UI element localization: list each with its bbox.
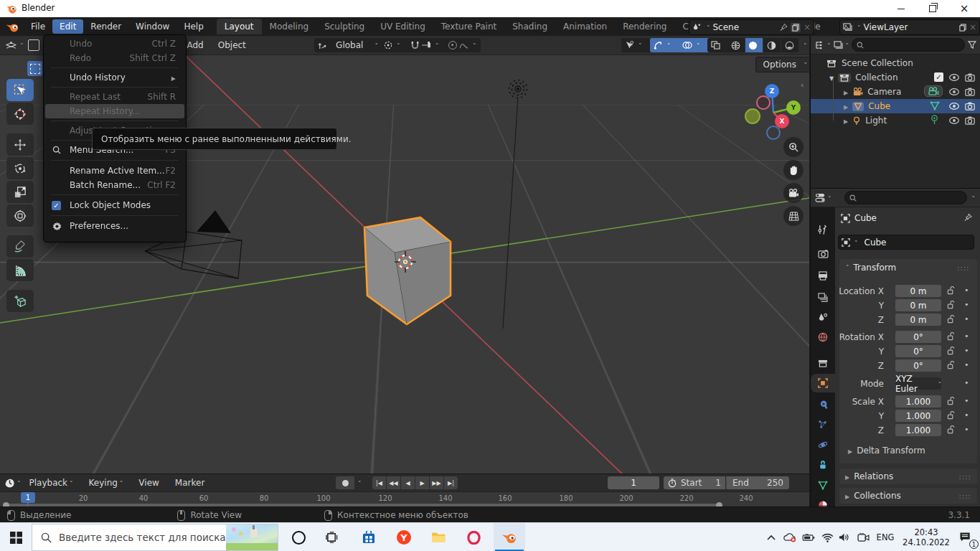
camera-data-icon[interactable] <box>924 85 943 97</box>
menu-help[interactable]: Help <box>176 19 210 34</box>
prev-keyframe-button[interactable]: ◀◀ <box>387 476 400 489</box>
pivot-point-dropdown[interactable] <box>380 38 410 52</box>
menu-item-lock-object-modes[interactable]: ✓ Lock Object Modes <box>45 198 184 212</box>
task-view-icon[interactable] <box>316 523 347 551</box>
keying-set-chevron[interactable] <box>356 478 362 488</box>
expand-arrow-icon[interactable] <box>844 116 848 126</box>
menu-file[interactable]: File <box>24 19 52 34</box>
minimize-button[interactable] <box>885 0 917 17</box>
lock-icon[interactable] <box>947 315 955 324</box>
language-indicator[interactable]: ENG <box>872 523 898 551</box>
rotation-y-field[interactable]: 0° <box>895 345 941 357</box>
tab-object-props[interactable] <box>811 374 835 392</box>
clock[interactable]: 20:43 24.10.2022 <box>898 523 954 551</box>
menu-edit[interactable]: Edit <box>52 19 83 34</box>
menu-item-redo[interactable]: RedoShift Ctrl Z <box>45 51 184 65</box>
tab-constraints[interactable] <box>811 456 835 474</box>
onedrive-tray-icon[interactable] <box>781 523 799 551</box>
tab-animation[interactable]: Animation <box>555 19 615 34</box>
filter-funnel-icon[interactable] <box>968 41 976 49</box>
tab-render[interactable] <box>811 245 835 263</box>
timeline-marker-menu[interactable]: Marker <box>168 476 212 490</box>
tab-uv-editing[interactable]: UV Editing <box>372 19 433 34</box>
timeline-view-menu[interactable]: View <box>131 476 166 490</box>
outliner-row-light[interactable]: Light <box>811 113 980 128</box>
tool-select-box[interactable] <box>6 79 34 101</box>
object-menu[interactable]: Object <box>211 38 253 52</box>
animate-dot[interactable]: • <box>964 300 969 309</box>
frame-start-field[interactable]: Start 1 <box>664 476 725 489</box>
viewlayer-selector[interactable]: ViewLayer × <box>839 19 980 35</box>
active-tool-indicator[interactable] <box>27 61 42 76</box>
remove-viewlayer-icon[interactable]: × <box>969 22 976 32</box>
opera-icon[interactable] <box>458 523 489 551</box>
disable-render-camera-icon[interactable] <box>965 73 975 82</box>
close-button[interactable]: × <box>948 0 980 17</box>
delta-transform-subpanel[interactable]: Delta Transform <box>848 446 925 456</box>
properties-search-input[interactable] <box>844 191 967 204</box>
outliner-display-mode-button[interactable] <box>834 40 849 50</box>
tab-output[interactable] <box>811 266 835 285</box>
meet-now-tray-icon[interactable] <box>854 523 872 551</box>
outliner-row-scene-collection[interactable]: Scene Collection <box>811 56 980 70</box>
tab-view-layer[interactable] <box>811 288 835 306</box>
menu-item-rename-active-item[interactable]: Rename Active Item...F2 <box>45 164 184 178</box>
taskbar-search-box[interactable]: Введите здесь текст для поиска <box>32 524 278 551</box>
mesh-data-icon[interactable] <box>930 101 940 110</box>
jump-to-start-button[interactable]: |◀ <box>372 476 386 489</box>
outliner-row-collection[interactable]: Collection ✓ <box>811 70 980 85</box>
sidebar-collapse-arrow[interactable]: ‹ <box>801 80 804 90</box>
location-z-field[interactable]: 0 m <box>895 314 941 326</box>
zoom-button[interactable] <box>783 137 804 157</box>
gizmo-neg-z-axis[interactable] <box>766 126 781 140</box>
outliner-row-camera[interactable]: Camera <box>811 85 980 99</box>
ortho-grid-button[interactable] <box>783 206 804 226</box>
proportional-edit-toggle[interactable] <box>445 38 481 52</box>
pan-hand-button[interactable] <box>783 160 804 180</box>
start-button[interactable] <box>0 523 32 551</box>
menu-item-undo-history[interactable]: Undo History <box>45 70 184 85</box>
menu-window[interactable]: Window <box>128 19 176 34</box>
menu-render[interactable]: Render <box>83 19 128 34</box>
tab-particles[interactable] <box>811 415 835 434</box>
blender-app-icon[interactable] <box>6 22 19 32</box>
tool-transform[interactable] <box>6 204 34 227</box>
pin-id-icon[interactable] <box>963 213 972 222</box>
playback-menu[interactable]: Playback <box>22 476 80 490</box>
lock-icon[interactable] <box>947 397 955 405</box>
timeline-ruler[interactable]: 20 40 60 80 100 120 140 160 180 200 220 … <box>0 491 809 508</box>
rotation-x-field[interactable]: 0° <box>895 331 941 343</box>
panel-drag-grip[interactable] <box>959 471 971 481</box>
shading-solid-button[interactable] <box>745 38 763 52</box>
rotation-mode-dropdown[interactable]: XYZ Euler <box>895 377 941 390</box>
menu-item-undo[interactable]: UndoCtrl Z <box>45 37 184 51</box>
hide-eye-icon[interactable] <box>949 117 959 124</box>
timeline-editor-type-button[interactable] <box>4 478 21 489</box>
gizmo-neg-x-axis[interactable] <box>756 95 771 110</box>
shading-rendered-button[interactable] <box>781 38 798 52</box>
new-scene-copy-icon[interactable] <box>791 23 801 32</box>
panel-drag-grip[interactable] <box>957 263 969 273</box>
battery-tray-icon[interactable] <box>799 523 818 551</box>
panel-drag-grip[interactable] <box>959 491 971 501</box>
cortana-icon[interactable] <box>283 523 314 551</box>
animate-dot[interactable]: • <box>964 396 969 405</box>
expand-arrow-icon[interactable] <box>844 101 848 111</box>
tab-collection-props[interactable] <box>811 354 835 372</box>
tab-scene[interactable] <box>811 308 835 326</box>
animate-dot[interactable]: • <box>964 378 969 387</box>
hide-eye-icon[interactable] <box>949 74 959 81</box>
disable-render-camera-icon[interactable] <box>965 116 975 125</box>
tab-shading[interactable]: Shading <box>504 19 555 34</box>
camera-view-button[interactable] <box>783 183 804 203</box>
tab-object-data[interactable] <box>811 476 835 494</box>
tab-rendering[interactable]: Rendering <box>615 19 674 34</box>
menu-item-batch-rename[interactable]: Batch Rename...Ctrl F2 <box>45 178 184 192</box>
shading-material-button[interactable] <box>763 38 781 52</box>
properties-editor-type-button[interactable] <box>815 193 831 203</box>
object-mode-icon[interactable] <box>28 39 39 51</box>
lock-icon[interactable] <box>947 361 955 369</box>
lock-icon[interactable] <box>947 347 955 355</box>
play-reverse-button[interactable]: ◀ <box>401 476 415 489</box>
file-explorer-icon[interactable] <box>423 523 454 551</box>
